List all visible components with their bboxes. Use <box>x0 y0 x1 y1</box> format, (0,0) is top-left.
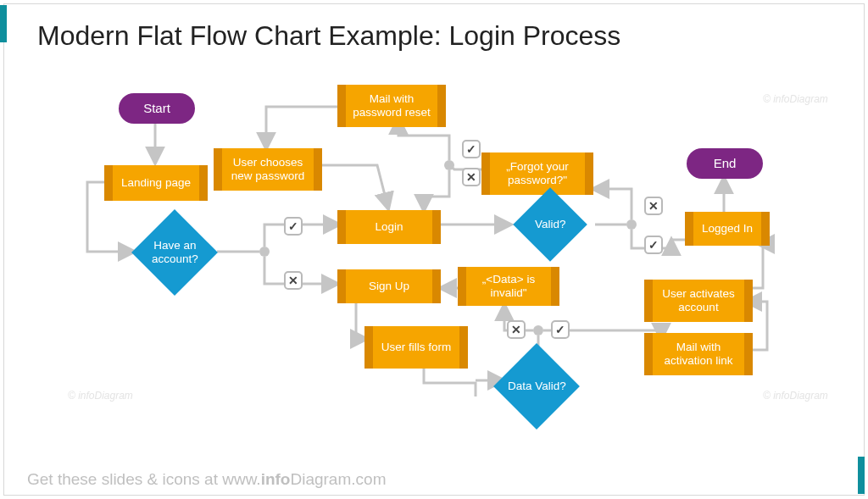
terminator-end-label: End <box>714 156 737 170</box>
gate-no-icon: ✕ <box>284 271 303 290</box>
slide: Modern Flat Flow Chart Example: Login Pr… <box>0 0 868 499</box>
process-logged-in-label: Logged In <box>702 222 753 236</box>
process-mail-link-label: Mail with activation link <box>654 341 743 367</box>
process-landing-label: Landing page <box>121 176 191 190</box>
process-mail-reset-label: Mail with password reset <box>348 92 436 119</box>
gate-no-icon: ✕ <box>507 320 526 339</box>
svg-point-0 <box>259 247 270 257</box>
gate-yes-icon: ✓ <box>644 236 663 254</box>
process-forgot: „Forgot your password?" <box>481 152 593 195</box>
process-signup: Sign Up <box>337 269 441 303</box>
footer-prefix: Get these slides & icons at <box>27 470 222 488</box>
footer: Get these slides & icons at www.infoDiag… <box>27 470 386 489</box>
flowchart-canvas: Start End Landing page User chooses new … <box>0 0 868 499</box>
process-landing: Landing page <box>104 165 208 201</box>
svg-point-2 <box>626 219 637 230</box>
process-user-fills: User fills form <box>364 326 468 369</box>
decision-data-valid-label: Data Valid? <box>508 380 566 393</box>
footer-site-rest: Diagram <box>290 470 351 488</box>
process-user-fills-label: User fills form <box>381 341 452 354</box>
process-data-invalid-label: „<Data> is invalid" <box>468 273 549 299</box>
process-forgot-label: „Forgot your password?" <box>492 160 583 186</box>
process-mail-link: Mail with activation link <box>644 333 753 375</box>
footer-site-bold: info <box>261 470 291 488</box>
gate-yes-icon: ✓ <box>462 140 481 158</box>
process-mail-reset: Mail with password reset <box>337 85 446 127</box>
connectors <box>0 0 868 499</box>
gate-no-icon: ✕ <box>644 197 663 215</box>
gate-no-icon: ✕ <box>462 168 481 186</box>
process-login: Login <box>337 210 441 244</box>
footer-site-www: www. <box>222 470 260 488</box>
process-new-password-label: User chooses new password <box>224 156 312 182</box>
decision-have-account-label: Have an account? <box>144 239 205 265</box>
decision-valid-label: Valid? <box>535 218 566 231</box>
process-data-invalid: „<Data> is invalid" <box>458 267 559 306</box>
footer-site-tld: .com <box>351 470 386 488</box>
terminator-end: End <box>687 148 763 179</box>
process-signup-label: Sign Up <box>369 280 409 293</box>
gate-yes-icon: ✓ <box>551 320 570 339</box>
gate-yes-icon: ✓ <box>284 217 303 236</box>
svg-point-1 <box>533 325 543 335</box>
process-login-label: Login <box>375 220 403 234</box>
terminator-start-label: Start <box>143 101 170 115</box>
process-user-activates: User activates account <box>644 280 753 322</box>
process-user-activates-label: User activates account <box>654 287 743 313</box>
terminator-start: Start <box>119 93 195 124</box>
process-new-password: User chooses new password <box>214 148 322 191</box>
process-logged-in: Logged In <box>685 212 770 246</box>
